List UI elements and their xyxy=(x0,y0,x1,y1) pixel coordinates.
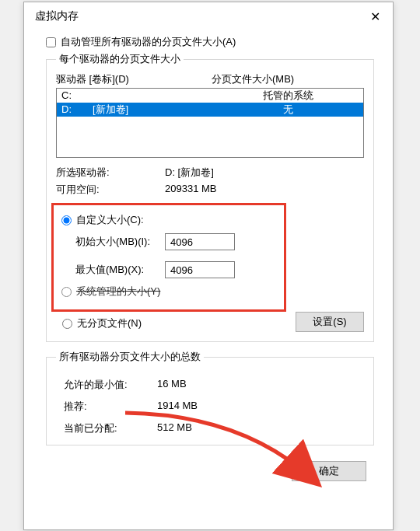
free-space-label: 可用空间: xyxy=(56,183,165,197)
drive-list[interactable]: C: 托管的系统 D: [新加卷] 无 xyxy=(56,88,364,158)
set-button[interactable]: 设置(S) xyxy=(296,312,364,332)
initial-size-row: 初始大小(MB)(I): xyxy=(75,233,276,250)
initial-size-input[interactable] xyxy=(165,233,235,250)
col-drive: 驱动器 [卷标](D) xyxy=(56,72,212,86)
selected-drive-row: 所选驱动器: D: [新加卷] xyxy=(56,166,364,180)
free-space-value: 209331 MB xyxy=(165,183,217,197)
drive-label xyxy=(93,89,217,103)
drive-pagefile: 托管的系统 xyxy=(217,89,359,103)
rec-label: 推荐: xyxy=(64,400,157,414)
drive-letter: D: xyxy=(61,103,93,117)
max-size-label: 最大值(MB)(X): xyxy=(75,263,165,277)
drive-list-headers: 驱动器 [卷标](D) 分页文件大小(MB) xyxy=(56,72,364,86)
custom-size-radio[interactable] xyxy=(61,215,72,225)
selected-drive-label: 所选驱动器: xyxy=(56,166,165,180)
rec-value: 1914 MB xyxy=(157,400,198,414)
selected-drive-value: D: [新加卷] xyxy=(165,166,214,180)
close-icon: ✕ xyxy=(370,9,380,24)
min-label: 允许的最小值: xyxy=(64,378,157,392)
col-pagefile: 分页文件大小(MB) xyxy=(212,72,294,86)
drive-letter: C: xyxy=(61,89,93,103)
totals-fieldset: 所有驱动器分页文件大小的总数 允许的最小值: 16 MB 推荐: 1914 MB… xyxy=(46,350,374,445)
drive-pagefile: 无 xyxy=(217,103,359,117)
per-drive-fieldset: 每个驱动器的分页文件大小 驱动器 [卷标](D) 分页文件大小(MB) C: 托… xyxy=(46,52,374,342)
dialog-title: 虚拟内存 xyxy=(35,9,79,23)
rec-row: 推荐: 1914 MB xyxy=(56,400,364,414)
auto-manage-label: 自动管理所有驱动器的分页文件大小(A) xyxy=(61,35,236,49)
max-size-row: 最大值(MB)(X): xyxy=(75,261,276,278)
cur-value: 512 MB xyxy=(157,421,192,435)
ok-button[interactable]: 确定 xyxy=(292,461,366,481)
titlebar: 虚拟内存 ✕ xyxy=(24,2,393,30)
virtual-memory-dialog: 虚拟内存 ✕ 自动管理所有驱动器的分页文件大小(A) 每个驱动器的分页文件大小 … xyxy=(23,2,394,530)
drive-row[interactable]: C: 托管的系统 xyxy=(57,89,363,103)
cur-label: 当前已分配: xyxy=(64,421,157,435)
free-space-row: 可用空间: 209331 MB xyxy=(56,183,364,197)
cur-row: 当前已分配: 512 MB xyxy=(56,421,364,435)
initial-size-label: 初始大小(MB)(I): xyxy=(75,235,165,249)
system-managed-radio-row[interactable]: 系统管理的大小(Y) xyxy=(61,285,276,299)
no-pagefile-radio[interactable] xyxy=(62,319,72,329)
per-drive-legend: 每个驱动器的分页文件大小 xyxy=(56,52,184,66)
min-value: 16 MB xyxy=(157,378,187,392)
custom-size-radio-row[interactable]: 自定义大小(C): xyxy=(61,213,276,227)
auto-manage-checkbox-row[interactable]: 自动管理所有驱动器的分页文件大小(A) xyxy=(46,35,374,49)
custom-size-highlight: 自定义大小(C): 初始大小(MB)(I): 最大值(MB)(X): 系统管理的… xyxy=(51,203,286,312)
drive-label: [新加卷] xyxy=(93,103,217,117)
custom-size-label: 自定义大小(C): xyxy=(76,213,144,227)
no-pagefile-label: 无分页文件(N) xyxy=(77,316,142,330)
close-button[interactable]: ✕ xyxy=(357,2,393,30)
totals-legend: 所有驱动器分页文件大小的总数 xyxy=(56,350,204,364)
system-managed-label: 系统管理的大小(Y) xyxy=(76,285,160,299)
max-size-input[interactable] xyxy=(165,261,235,278)
drive-row[interactable]: D: [新加卷] 无 xyxy=(57,103,363,117)
auto-manage-checkbox[interactable] xyxy=(46,37,56,47)
min-row: 允许的最小值: 16 MB xyxy=(56,378,364,392)
system-managed-radio[interactable] xyxy=(61,287,72,297)
